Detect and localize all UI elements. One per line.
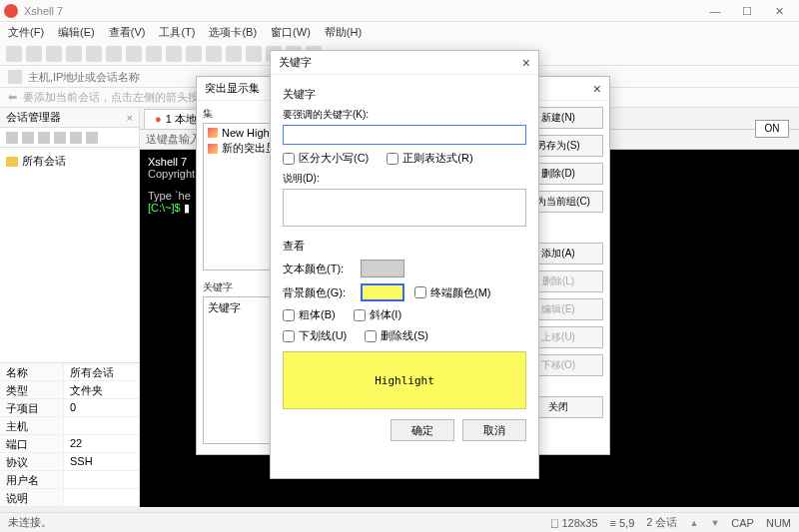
italic-checkbox[interactable]: 斜体(I): [354, 307, 401, 322]
session-manager-panel: 会话管理器 × 所有会话 名称所有会话 类型文件夹 子项目0 主机 端口22 协…: [0, 108, 140, 507]
toolbar-icon[interactable]: [226, 46, 242, 62]
prop-key: 主机: [0, 417, 64, 434]
prop-key: 端口: [0, 435, 64, 452]
status-down-icon[interactable]: ▼: [710, 518, 719, 528]
status-connection: 未连接。: [8, 515, 551, 530]
svg-rect-0: [8, 70, 22, 84]
menu-tabs[interactable]: 选项卡(B): [209, 25, 257, 40]
close-button[interactable]: ✕: [763, 1, 795, 21]
sm-tool-icon[interactable]: [6, 132, 18, 144]
status-up-icon[interactable]: ▲: [689, 518, 698, 528]
session-manager-toolbar: [0, 128, 139, 148]
dlg2-section-keyword: 关键字: [283, 87, 526, 102]
dlg2-section-look: 查看: [283, 239, 526, 254]
bgcolor-swatch[interactable]: [361, 283, 404, 301]
textcolor-label: 文本颜色(T):: [283, 262, 351, 276]
keyword-dialog: 关键字 × 关键字 要强调的关键字(K): 区分大小写(C) 正则表达式(R) …: [270, 50, 539, 479]
menu-file[interactable]: 文件(F): [8, 25, 44, 40]
toolbar-icon[interactable]: [186, 46, 202, 62]
prop-val: 文件夹: [64, 381, 139, 398]
toolbar-icon[interactable]: [106, 46, 122, 62]
toolbar-icon[interactable]: [66, 46, 82, 62]
toolbar-icon[interactable]: [146, 46, 162, 62]
prop-val: SSH: [64, 453, 139, 470]
term-cursor: ▮: [184, 202, 190, 214]
hint-text: 要添加当前会话，点击左侧的箭头按钮。: [23, 90, 221, 105]
prop-val: [64, 471, 139, 488]
keyword-input[interactable]: [283, 125, 526, 145]
toolbar-icon[interactable]: [126, 46, 142, 62]
menu-tools[interactable]: 工具(T): [159, 25, 195, 40]
toolbar-icon[interactable]: [6, 46, 22, 62]
prop-key: 子项目: [0, 399, 64, 416]
sm-tool-icon[interactable]: [38, 132, 50, 144]
tree-root-item[interactable]: 所有会话: [6, 152, 133, 171]
tree-root-label: 所有会话: [22, 154, 66, 169]
dlg2-close-icon[interactable]: ×: [522, 55, 530, 71]
prop-val: [64, 489, 139, 506]
status-sessions: 2 会话: [646, 515, 677, 530]
toolbar-icon[interactable]: [206, 46, 222, 62]
desc-label: 说明(D):: [283, 172, 526, 186]
textcolor-swatch[interactable]: [361, 260, 404, 277]
highlight-icon: [208, 128, 218, 138]
toolbar-icon[interactable]: [166, 46, 182, 62]
status-bar: 未连接。 ⎕ 128x35 ≡ 5,9 2 会话 ▲ ▼ CAP NUM: [0, 512, 799, 532]
toolbar-icon[interactable]: [46, 46, 62, 62]
prompt-icon: [8, 70, 22, 84]
menu-view[interactable]: 查看(V): [109, 25, 146, 40]
minimize-button[interactable]: —: [699, 1, 731, 21]
status-size: ⎕ 128x35: [551, 517, 597, 529]
sm-tool-icon[interactable]: [22, 132, 34, 144]
cancel-button[interactable]: 取消: [462, 419, 526, 441]
prop-val: 22: [64, 435, 139, 452]
desc-input[interactable]: [283, 189, 526, 227]
term-prompt: [C:\~]$: [148, 202, 184, 214]
prop-val: 所有会话: [64, 363, 139, 380]
prop-key: 类型: [0, 381, 64, 398]
prop-key: 协议: [0, 453, 64, 470]
prop-key: 说明: [0, 489, 64, 506]
highlight-preview: Highlight: [283, 351, 526, 409]
session-manager-title: 会话管理器: [6, 110, 61, 125]
sm-tool-icon[interactable]: [86, 132, 98, 144]
prop-key: 名称: [0, 363, 64, 380]
session-properties: 名称所有会话 类型文件夹 子项目0 主机 端口22 协议SSH 用户名 说明: [0, 362, 139, 507]
on-toggle-button[interactable]: ON: [755, 120, 789, 138]
status-num: NUM: [766, 517, 791, 529]
menu-window[interactable]: 窗口(W): [271, 25, 311, 40]
toolbar-icon[interactable]: [26, 46, 42, 62]
prop-key: 用户名: [0, 471, 64, 488]
strike-checkbox[interactable]: 删除线(S): [365, 328, 428, 343]
dlg2-title: 关键字: [279, 55, 522, 70]
prop-val: 0: [64, 399, 139, 416]
dlg1-close-icon[interactable]: ×: [593, 81, 601, 97]
session-tree: 所有会话: [0, 148, 139, 362]
highlight-icon: [208, 144, 218, 154]
keyword-label: 要强调的关键字(K):: [283, 108, 526, 122]
title-bar: Xshell 7 — ☐ ✕: [0, 0, 799, 22]
sm-tool-icon[interactable]: [70, 132, 82, 144]
menu-edit[interactable]: 编辑(E): [58, 25, 95, 40]
session-manager-close-icon[interactable]: ×: [127, 112, 133, 124]
menu-help[interactable]: 帮助(H): [325, 25, 362, 40]
toolbar-icon[interactable]: [246, 46, 262, 62]
window-title: Xshell 7: [24, 5, 699, 17]
folder-icon: [6, 157, 18, 167]
menu-bar: 文件(F) 编辑(E) 查看(V) 工具(T) 选项卡(B) 窗口(W) 帮助(…: [0, 22, 799, 42]
sm-tool-icon[interactable]: [54, 132, 66, 144]
status-pos: ≡ 5,9: [610, 517, 635, 529]
bold-checkbox[interactable]: 粗体(B): [283, 307, 336, 322]
tab-label: 1 本地: [166, 112, 197, 127]
case-checkbox[interactable]: 区分大小写(C): [283, 151, 369, 166]
prop-val: [64, 417, 139, 434]
regex-checkbox[interactable]: 正则表达式(R): [387, 151, 472, 166]
toolbar-icon[interactable]: [86, 46, 102, 62]
app-logo-icon: [4, 4, 18, 18]
underline-checkbox[interactable]: 下划线(U): [283, 328, 347, 343]
maximize-button[interactable]: ☐: [731, 1, 763, 21]
status-cap: CAP: [731, 517, 754, 529]
ok-button[interactable]: 确定: [391, 419, 454, 441]
termcolor-checkbox[interactable]: 终端颜色(M): [414, 285, 491, 300]
bgcolor-label: 背景颜色(G):: [283, 285, 351, 300]
